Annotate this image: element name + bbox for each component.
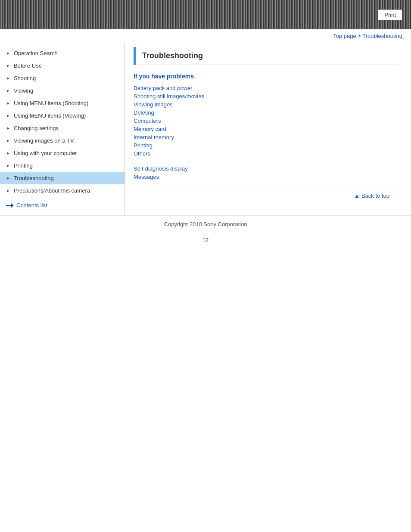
- sidebar-item-label: Using MENU items (Viewing): [14, 112, 86, 119]
- sidebar-item-label: Viewing images on a TV: [14, 137, 74, 144]
- sidebar-item-label: Using with your computer: [14, 150, 77, 156]
- list-item: Internal memory: [134, 134, 398, 140]
- back-to-top-link[interactable]: ▲ Back to top: [354, 193, 389, 199]
- sidebar-item-label: Viewing: [14, 87, 33, 94]
- arrow-icon: ►: [6, 163, 10, 168]
- sidebar-item-label: Operation Search: [14, 50, 58, 56]
- content-link[interactable]: Others: [134, 150, 150, 157]
- print-button[interactable]: Print: [378, 9, 402, 20]
- sidebar-item-using-menu-viewing[interactable]: ►Using MENU items (Viewing): [0, 109, 125, 122]
- arrow-icon: ►: [6, 151, 10, 156]
- contents-list-label: Contents list: [16, 202, 47, 208]
- sidebar-item-label: Troubleshooting: [14, 175, 54, 181]
- list-item: Printing: [134, 142, 398, 149]
- sidebar-item-label: Using MENU items (Shooting): [14, 100, 88, 106]
- list-item: Others: [134, 150, 398, 157]
- if-problems-title[interactable]: If you have problems: [134, 73, 398, 80]
- main-layout: ►Operation Search►Before Use►Shooting►Vi…: [0, 43, 411, 215]
- if-problems-links: Battery pack and powerShooting still ima…: [134, 85, 398, 157]
- breadcrumb-top-link[interactable]: Top page: [333, 33, 356, 39]
- content-link[interactable]: Memory card: [134, 126, 166, 132]
- breadcrumb-separator: >: [356, 33, 363, 39]
- list-item: Self-diagnosis display: [134, 165, 398, 172]
- sidebar-item-precautions[interactable]: ►Precautions/About this camera: [0, 184, 125, 197]
- sidebar-item-viewing[interactable]: ►Viewing: [0, 84, 125, 97]
- content-link[interactable]: Internal memory: [134, 134, 174, 140]
- list-item: Shooting still images/movies: [134, 93, 398, 100]
- sidebar-item-label: Changing settings: [14, 125, 59, 131]
- list-item: Deleting: [134, 109, 398, 116]
- arrow-icon: ►: [6, 51, 10, 56]
- arrow-icon: ►: [6, 188, 10, 193]
- arrow-right-icon: [6, 203, 14, 208]
- arrow-icon: ►: [6, 138, 10, 143]
- breadcrumb-current-link[interactable]: Troubleshooting: [362, 33, 402, 39]
- other-sections-links: Self-diagnosis displayMessages: [134, 165, 398, 180]
- footer-bar: ▲ Back to top: [134, 189, 398, 202]
- header-bar: Print: [0, 0, 411, 29]
- copyright-bar: Copyright 2010 Sony Corporation: [0, 215, 411, 233]
- content-link[interactable]: Battery pack and power: [134, 85, 193, 91]
- sidebar-item-before-use[interactable]: ►Before Use: [0, 59, 125, 72]
- list-item: Battery pack and power: [134, 85, 398, 91]
- sidebar-item-operation-search[interactable]: ►Operation Search: [0, 47, 125, 59]
- arrow-icon: ►: [6, 63, 10, 68]
- sidebar-item-viewing-images-tv[interactable]: ►Viewing images on a TV: [0, 134, 125, 147]
- sidebar-item-using-menu-shooting[interactable]: ►Using MENU items (Shooting): [0, 97, 125, 109]
- sidebar-item-changing-settings[interactable]: ►Changing settings: [0, 122, 125, 134]
- sidebar-item-label: Before Use: [14, 62, 42, 69]
- content-link[interactable]: Self-diagnosis display: [134, 165, 188, 172]
- sidebar: ►Operation Search►Before Use►Shooting►Vi…: [0, 43, 125, 215]
- sidebar-item-troubleshooting[interactable]: ►Troubleshooting: [0, 172, 125, 184]
- sidebar-item-label: Shooting: [14, 75, 36, 81]
- content-link[interactable]: Shooting still images/movies: [134, 93, 204, 100]
- content-link[interactable]: Printing: [134, 142, 153, 149]
- list-item: Memory card: [134, 126, 398, 132]
- content-link[interactable]: Deleting: [134, 109, 154, 116]
- arrow-icon: ►: [6, 126, 10, 131]
- list-item: Computers: [134, 118, 398, 124]
- sidebar-item-shooting[interactable]: ►Shooting: [0, 72, 125, 84]
- content-link[interactable]: Viewing images: [134, 101, 173, 108]
- breadcrumb: Top page > Troubleshooting: [0, 29, 411, 43]
- arrow-icon: ►: [6, 101, 10, 106]
- arrow-icon: ►: [6, 76, 10, 81]
- section-heading: Troubleshooting: [134, 47, 398, 65]
- back-to-top-label: Back to top: [361, 193, 389, 199]
- arrow-icon: ►: [6, 88, 10, 93]
- list-item: Viewing images: [134, 101, 398, 108]
- triangle-icon: ▲: [354, 193, 360, 199]
- sidebar-item-label: Printing: [14, 162, 33, 169]
- arrow-icon: ►: [6, 176, 10, 180]
- sidebar-item-label: Precautions/About this camera: [14, 187, 90, 194]
- sidebar-item-printing[interactable]: ►Printing: [0, 159, 125, 172]
- content-link[interactable]: Messages: [134, 174, 159, 180]
- page-number: 12: [0, 233, 411, 248]
- contents-list-link[interactable]: Contents list: [0, 199, 125, 212]
- list-item: Messages: [134, 174, 398, 180]
- arrow-icon: ►: [6, 113, 10, 118]
- content-link[interactable]: Computers: [134, 118, 161, 124]
- content-area: Troubleshooting If you have problems Bat…: [125, 43, 411, 215]
- sidebar-item-using-computer[interactable]: ►Using with your computer: [0, 147, 125, 159]
